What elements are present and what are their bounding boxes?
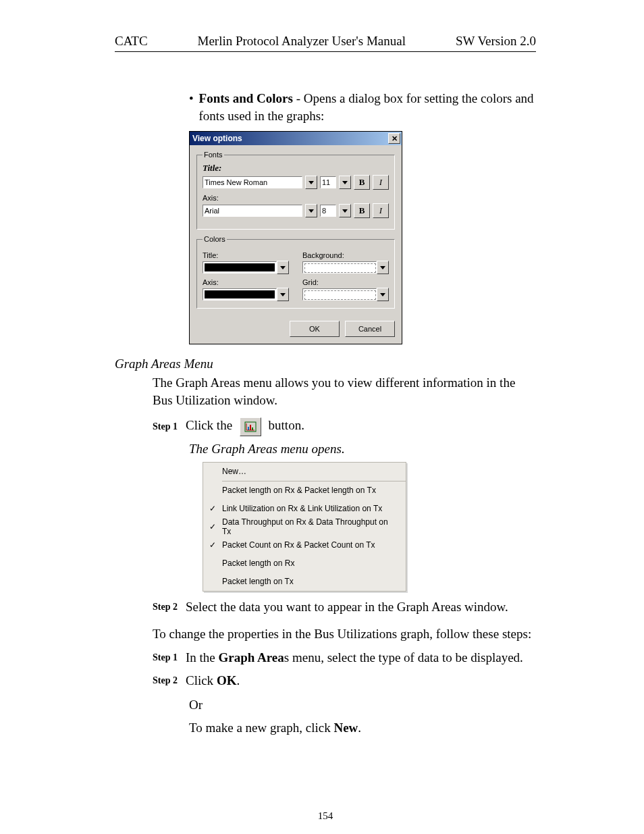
title-font-value: Times New Roman [205, 178, 267, 186]
check-icon: ✓ [203, 504, 222, 513]
menu-item[interactable]: ✓Packet Count on Rx & Packet Count on Tx [203, 536, 406, 554]
color-background-label: Background: [302, 251, 389, 259]
view-options-dialog: View options ✕ Fonts Title: Times New Ro… [189, 131, 402, 344]
chevron-down-icon[interactable] [305, 176, 317, 189]
axis-size-value: 8 [322, 207, 326, 215]
svg-rect-2 [248, 427, 249, 430]
header-center: Merlin Protocol Analyzer User's Manual [198, 34, 406, 49]
grid-color-swatch[interactable] [302, 288, 377, 301]
step2b-row: Step 2 Click OK. [153, 673, 536, 688]
fonts-group: Fonts Title: Times New Roman 11 B I Axis… [196, 151, 395, 230]
menu-label: Packet length on Rx & Packet length on T… [222, 486, 406, 495]
section-graph-areas-menu: Graph Areas Menu [115, 357, 536, 371]
step2-row: Step 2 Select the data you want to appea… [153, 600, 536, 615]
header-right: SW Version 2.0 [456, 34, 536, 49]
bullet-bold: Fonts and Colors [199, 91, 293, 105]
colors-legend: Colors [203, 235, 227, 243]
page-number: 154 [115, 810, 536, 822]
step2b-b: . [236, 673, 240, 687]
title-size-value: 11 [322, 178, 330, 186]
menu-label: Packet Count on Rx & Packet Count on Tx [222, 540, 406, 550]
svg-rect-3 [250, 425, 251, 430]
step-label: Step 1 [153, 652, 178, 663]
color-axis-label: Axis: [203, 278, 289, 286]
step-label: Step 2 [153, 675, 178, 686]
step1b-row: Step 1 In the Graph Areas menu, select t… [153, 650, 536, 665]
close-icon[interactable]: ✕ [388, 133, 400, 144]
menu-item-new[interactable]: New… [203, 463, 406, 481]
step1b-b: s menu, select the type of data to be di… [284, 650, 523, 664]
graph-areas-toolbar-icon[interactable] [240, 417, 261, 436]
title-font-select[interactable]: Times New Roman [203, 176, 302, 188]
para-change-properties: To change the properties in the Bus Util… [153, 625, 536, 643]
title-color-swatch[interactable] [203, 261, 277, 273]
italic-graph-areas-opens: The Graph Areas menu opens. [189, 442, 536, 457]
color-title-label: Title: [203, 251, 289, 259]
last-a: To make a new graph, click [189, 721, 333, 735]
last-bold: New [333, 721, 358, 735]
bullet-dot: • [189, 90, 199, 124]
menu-label: Packet length on Tx [222, 577, 406, 586]
ok-button[interactable]: OK [290, 321, 340, 337]
chevron-down-icon[interactable] [277, 288, 289, 301]
last-b: . [358, 721, 361, 735]
para-graph-areas-intro: The Graph Areas menu allows you to view … [153, 374, 536, 409]
menu-label: Data Throughput on Rx & Data Throughput … [222, 517, 406, 536]
or-line: Or [189, 696, 536, 714]
step2-text: Select the data you want to appear in th… [186, 600, 508, 615]
chevron-down-icon[interactable] [377, 288, 389, 301]
axis-size-select[interactable]: 8 [320, 205, 336, 217]
chevron-down-icon[interactable] [377, 261, 389, 274]
bullet-fonts-and-colors: • Fonts and Colors - Opens a dialog box … [189, 90, 536, 124]
menu-label: Packet length on Rx [222, 558, 406, 568]
chevron-down-icon[interactable] [339, 176, 351, 189]
menu-item[interactable]: Packet length on Tx [203, 573, 406, 591]
axis-font-value: Arial [205, 207, 219, 215]
step-label: Step 2 [153, 602, 178, 613]
step1-row: Step 1 Click the button. [153, 417, 536, 436]
title-label: Title: [203, 163, 389, 174]
bold-button[interactable]: B [354, 175, 370, 190]
chevron-down-icon[interactable] [277, 261, 289, 274]
step1b-a: In the [186, 650, 219, 664]
menu-label: New… [222, 467, 406, 476]
title-size-select[interactable]: 11 [320, 176, 336, 188]
axis-font-select[interactable]: Arial [203, 205, 302, 217]
background-color-swatch[interactable] [302, 261, 377, 273]
step1-text-b: button. [269, 418, 304, 432]
axis-color-swatch[interactable] [203, 288, 277, 301]
step1b-bold: Graph Area [219, 650, 284, 664]
menu-item[interactable]: Packet length on Rx [203, 554, 406, 573]
dialog-title: View options [192, 134, 242, 143]
fonts-legend: Fonts [203, 151, 224, 159]
menu-item[interactable]: ✓Link Utilization on Rx & Link Utilizati… [203, 500, 406, 518]
header-left: CATC [115, 34, 148, 49]
menu-item[interactable]: Packet length on Rx & Packet length on T… [203, 481, 406, 500]
check-icon: ✓ [203, 540, 222, 550]
step2b-bold: OK [217, 673, 237, 687]
step2b-a: Click [186, 673, 217, 687]
italic-button[interactable]: I [373, 203, 389, 218]
menu-item[interactable]: ✓Data Throughput on Rx & Data Throughput… [203, 518, 406, 536]
color-grid-label: Grid: [302, 278, 389, 286]
svg-rect-4 [252, 427, 253, 430]
bold-button[interactable]: B [354, 203, 370, 218]
dialog-titlebar[interactable]: View options ✕ [190, 132, 402, 145]
italic-button[interactable]: I [373, 175, 389, 190]
cancel-button[interactable]: Cancel [345, 321, 395, 337]
check-icon: ✓ [203, 522, 222, 531]
page-header: CATC Merlin Protocol Analyzer User's Man… [115, 34, 536, 52]
menu-label: Link Utilization on Rx & Link Utilizatio… [222, 504, 406, 513]
graph-areas-menu: New… Packet length on Rx & Packet length… [203, 462, 406, 592]
step-label: Step 1 [153, 421, 178, 432]
chevron-down-icon[interactable] [305, 204, 317, 217]
new-graph-line: To make a new graph, click New. [189, 719, 536, 737]
axis-label: Axis: [203, 194, 389, 202]
step1-text-a: Click the [186, 418, 232, 432]
colors-group: Colors Title: Background: [196, 235, 395, 309]
chevron-down-icon[interactable] [339, 204, 351, 217]
